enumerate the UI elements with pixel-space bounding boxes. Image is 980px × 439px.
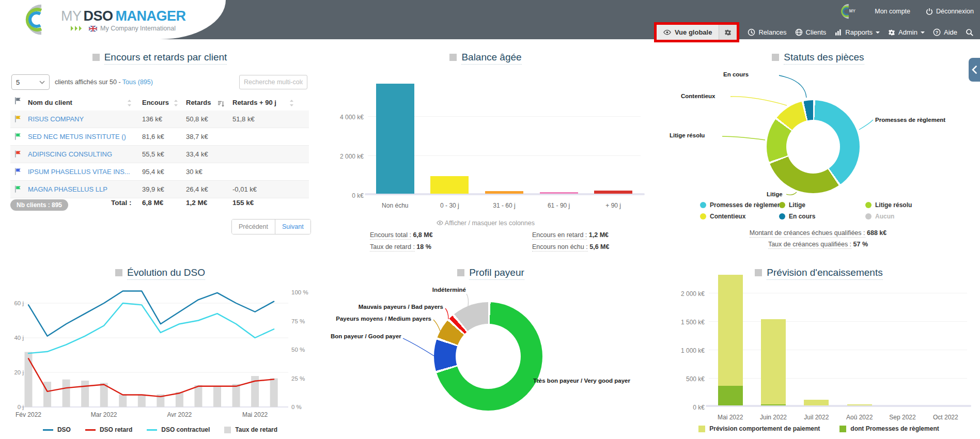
cell-retards90: -0,01 k€ xyxy=(232,181,257,198)
slice-label-bon-payeur: Bon payeur / Good payer xyxy=(331,333,400,339)
client-flag-icon[interactable] xyxy=(14,133,21,142)
table-row: MAGNA PHASELLUS LLP39,9 k€26,4 k€-0,01 k… xyxy=(10,181,309,198)
cell-encours: 95,4 k€ xyxy=(142,163,164,180)
brand-title[interactable]: MYDSOMANAGER xyxy=(61,8,186,24)
slice-label-mauvais-payeurs: Mauvais payeurs / Bad payers xyxy=(331,304,443,310)
column-header-retards90[interactable]: Retards + 90 j xyxy=(232,95,276,111)
svg-text:Mar 2022: Mar 2022 xyxy=(91,411,117,418)
flag-column-icon[interactable] xyxy=(14,97,21,106)
client-link[interactable]: IPSUM PHASELLUS VITAE INS... xyxy=(28,163,130,180)
all-clients-link[interactable]: Tous (895) xyxy=(122,79,153,86)
prevision-bar xyxy=(847,404,872,405)
company-name: My Company International xyxy=(100,25,176,32)
legend-item[interactable]: DSO retard xyxy=(85,426,132,433)
client-link[interactable]: MAGNA PHASELLUS LLP xyxy=(28,181,107,198)
column-header-name[interactable]: Nom du client xyxy=(28,95,72,111)
nav-relances[interactable]: Relances xyxy=(748,28,786,36)
legend-item[interactable]: Contentieux xyxy=(700,213,745,220)
sort-icon[interactable] xyxy=(127,99,132,108)
legend-label: Promesses de règlement xyxy=(710,201,783,209)
client-flag-icon[interactable] xyxy=(14,115,21,124)
client-link[interactable]: SED NEC METUS INSTITUTE () xyxy=(28,128,126,145)
legend-item[interactable]: DSO xyxy=(43,426,71,433)
nav-clients-label: Clients xyxy=(806,28,827,36)
panel-statuts-pieces: Statuts des pièces En cours Contentieux … xyxy=(656,45,980,252)
gridline xyxy=(709,378,967,379)
cell-retards: 30 k€ xyxy=(186,163,203,180)
profil-donut-chart xyxy=(434,302,542,411)
page-size-value: 5 xyxy=(16,79,20,86)
slice-label-promesses: Promesses de règlement xyxy=(875,117,945,123)
legend-label: DSO xyxy=(57,426,71,433)
nav-aide[interactable]: ? Aide xyxy=(933,28,957,36)
legend-item[interactable]: Promesses de règlement xyxy=(700,201,783,209)
legend-item[interactable]: En cours xyxy=(779,213,815,220)
main-nav: Vue globale Relances xyxy=(654,22,974,42)
next-page-button[interactable]: Suivant xyxy=(275,220,310,234)
svg-text:40 j: 40 j xyxy=(14,335,24,341)
stat-value: 18 % xyxy=(416,243,431,250)
top-header: MYDSOMANAGER My Company International xyxy=(0,0,980,39)
legend-item[interactable]: DSO contractuel xyxy=(147,426,210,433)
toggle-columns-link[interactable]: Afficher / masquer les colonnes xyxy=(320,220,651,227)
brand-subtitle: My Company International xyxy=(70,25,176,32)
legend-label: Litige résolu xyxy=(875,201,912,209)
bar-chart-icon xyxy=(834,28,842,36)
column-header-encours[interactable]: Encours xyxy=(142,95,169,111)
chevrons-icon xyxy=(70,25,86,32)
panel-title-profil: Profil payeur xyxy=(331,267,651,278)
cell-retards: 50,8 k€ xyxy=(186,111,208,128)
gridline xyxy=(709,321,967,322)
nav-vue-globale[interactable]: Vue globale xyxy=(657,25,719,40)
y-tick-label: 4 000 k€ xyxy=(322,114,364,121)
search-button[interactable] xyxy=(966,28,974,37)
stat-label: Encours en retard : xyxy=(532,231,587,240)
svg-text:?: ? xyxy=(936,30,939,35)
sort-icon[interactable] xyxy=(174,99,178,108)
sidebar-collapse-button[interactable] xyxy=(969,58,980,82)
account-menu[interactable]: Mon compte xyxy=(875,8,910,15)
client-flag-icon[interactable] xyxy=(14,168,21,177)
table-body: RISUS COMPANY136 k€50,8 k€51,8 k€SED NEC… xyxy=(10,111,309,198)
legend-item[interactable]: Litige xyxy=(779,201,805,209)
client-flag-icon[interactable] xyxy=(14,185,21,194)
brand-my: MY xyxy=(61,8,82,24)
slice-label-en-cours: En cours xyxy=(723,71,749,77)
legend-label: Aucun xyxy=(875,213,894,220)
nav-rapports[interactable]: Rapports xyxy=(834,28,880,36)
stat-value: 5,6 M€ xyxy=(589,243,609,250)
view-settings-button[interactable] xyxy=(719,25,737,40)
cell-encours: 39,9 k€ xyxy=(142,181,164,198)
title-square-icon xyxy=(92,54,100,61)
legend-item[interactable]: Aucun xyxy=(865,213,894,220)
legend-item[interactable]: Litige résolu xyxy=(865,201,912,209)
page-size-select[interactable]: 5 xyxy=(11,74,50,90)
sort-desc-active-icon[interactable] xyxy=(217,100,224,109)
legend-box-swatch xyxy=(839,426,846,432)
client-link[interactable]: RISUS COMPANY xyxy=(28,111,84,128)
logo-area: MYDSOMANAGER My Company International xyxy=(0,0,226,39)
nav-admin[interactable]: Admin xyxy=(888,28,925,36)
column-header-retards[interactable]: Retards xyxy=(186,95,211,111)
y-tick-label: 1 500 k€ xyxy=(663,319,705,326)
legend-item[interactable]: dont Promesses de règlement xyxy=(839,425,939,432)
client-link[interactable]: ADIPISCING CONSULTING xyxy=(28,146,112,163)
table-row: RISUS COMPANY136 k€50,8 k€51,8 k€ xyxy=(10,111,309,128)
legend-line-swatch xyxy=(43,429,53,431)
total-retards: 1,2 M€ xyxy=(186,199,207,207)
legend-item[interactable]: Taux de retard xyxy=(224,426,277,433)
slice-label-tres-bon-payeur: Très bon payeur / Very good payer xyxy=(533,378,630,384)
logout-button[interactable]: Déconnexion xyxy=(926,8,974,15)
sort-icon[interactable] xyxy=(289,99,294,108)
mini-logo-icon: MY xyxy=(834,3,859,20)
multi-column-search-input[interactable] xyxy=(239,75,307,89)
legend-dot xyxy=(865,202,872,208)
client-flag-icon[interactable] xyxy=(14,150,21,159)
stat-label: Taux de créances qualifiées : xyxy=(768,241,851,249)
nav-clients[interactable]: Clients xyxy=(795,28,827,36)
header-top-row: MY Mon compte Déconnexion xyxy=(834,3,974,20)
legend-item[interactable]: Prévision comportement de paiement xyxy=(698,425,820,432)
donut-hole xyxy=(456,324,521,389)
previous-page-button[interactable]: Précédent xyxy=(232,220,275,234)
svg-text:Fév 2022: Fév 2022 xyxy=(15,411,41,418)
